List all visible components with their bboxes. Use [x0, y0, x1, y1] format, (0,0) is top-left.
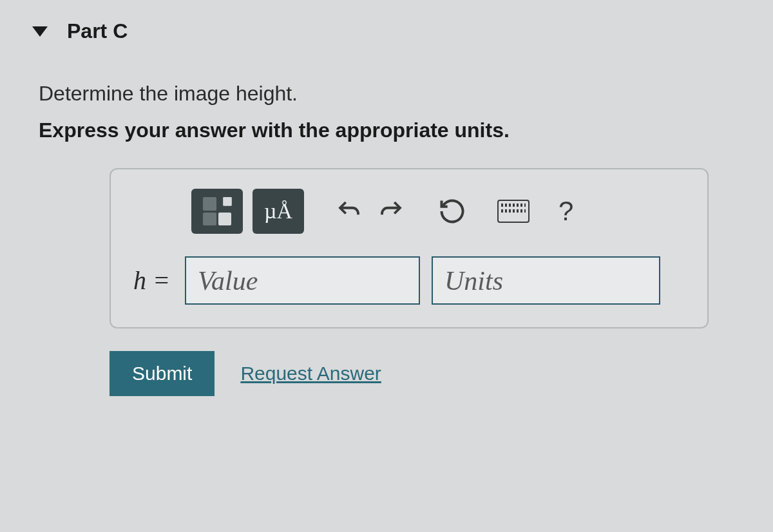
part-collapse-toggle[interactable] [32, 26, 48, 37]
request-answer-link[interactable]: Request Answer [240, 363, 381, 385]
variable-label: h = [133, 265, 170, 296]
reset-icon [438, 197, 466, 225]
undo-icon [336, 198, 363, 225]
undo-button[interactable] [333, 195, 365, 227]
question-prompt: Determine the image height. [39, 82, 741, 106]
keyboard-icon [497, 200, 530, 223]
answer-container: µÅ [110, 168, 709, 328]
redo-button[interactable] [375, 195, 407, 227]
question-instruction: Express your answer with the appropriate… [39, 119, 741, 142]
special-characters-button[interactable]: µÅ [253, 189, 304, 234]
help-button[interactable]: ? [558, 196, 573, 227]
templates-button[interactable] [191, 189, 243, 234]
help-icon: ? [558, 196, 573, 227]
part-title: Part C [67, 19, 128, 43]
keyboard-button[interactable] [497, 195, 530, 227]
submit-button[interactable]: Submit [110, 351, 215, 396]
formatting-toolbar: µÅ [191, 189, 685, 234]
reset-button[interactable] [436, 195, 468, 227]
special-characters-label: µÅ [264, 199, 292, 223]
units-input[interactable] [432, 256, 660, 305]
value-input[interactable] [185, 256, 420, 305]
answer-input-row: h = [133, 256, 685, 305]
templates-icon [203, 197, 231, 225]
action-row: Submit Request Answer [110, 351, 741, 396]
redo-icon [377, 198, 405, 225]
